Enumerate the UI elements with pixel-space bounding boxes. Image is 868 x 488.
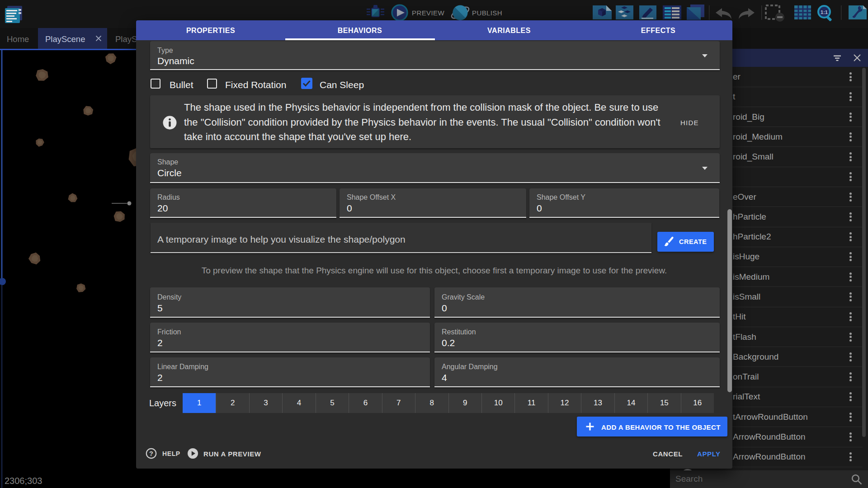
svg-text:1:1: 1:1 [821,9,828,15]
svg-text:PREVIEW: PREVIEW [412,9,444,17]
svg-text:?: ? [149,450,153,457]
svg-text:PUBLISH: PUBLISH [472,9,502,17]
